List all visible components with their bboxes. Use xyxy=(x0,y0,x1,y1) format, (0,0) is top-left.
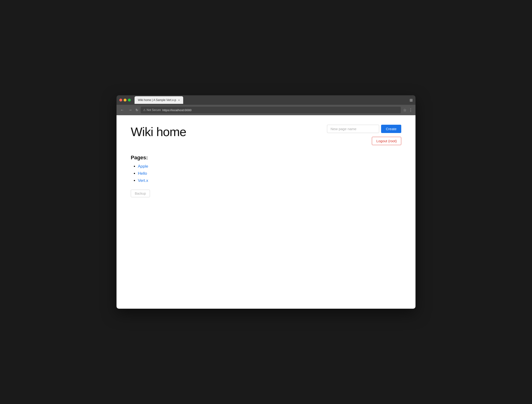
page-link-hello[interactable]: Hello xyxy=(138,171,147,176)
list-item: Apple xyxy=(138,164,401,169)
title-bar-right: ⊞ xyxy=(410,98,413,102)
title-bar: Wiki home | A Sample Vert.x-p ✕ ⊞ xyxy=(116,95,416,105)
page-link-vertx[interactable]: Vert.x xyxy=(138,178,148,183)
maximize-button[interactable] xyxy=(128,99,131,101)
create-button[interactable]: Create xyxy=(381,125,401,133)
forward-button[interactable]: → xyxy=(128,107,133,113)
create-row: Create xyxy=(327,125,401,133)
menu-icon[interactable]: ⋮ xyxy=(409,108,413,112)
security-label: Not Secure xyxy=(147,108,161,112)
tab-title: Wiki home | A Sample Vert.x-p xyxy=(138,98,176,102)
pages-section: Pages: Apple Hello Vert.x Backup xyxy=(131,155,401,197)
bookmark-icon[interactable]: ☆ xyxy=(403,108,406,112)
list-item: Hello xyxy=(138,171,401,176)
logout-button[interactable]: Logout (root) xyxy=(372,137,401,145)
warning-icon: ⚠ xyxy=(143,108,146,112)
page-link-apple[interactable]: Apple xyxy=(138,164,148,169)
pages-label: Pages: xyxy=(131,155,401,161)
url-text: https://localhost:8080 xyxy=(162,108,192,112)
extensions-icon[interactable]: ⊞ xyxy=(410,98,413,102)
address-bar-actions: ☆ ⋮ xyxy=(403,108,413,112)
url-bar[interactable]: ⚠ Not Secure https://localhost:8080 xyxy=(141,107,401,113)
close-button[interactable] xyxy=(119,99,122,101)
address-bar: ← → ↻ ⚠ Not Secure https://localhost:808… xyxy=(116,105,416,115)
security-warning: ⚠ Not Secure xyxy=(143,108,161,112)
back-button[interactable]: ← xyxy=(119,107,125,113)
header-actions: Create Logout (root) xyxy=(327,125,401,145)
list-item: Vert.x xyxy=(138,178,401,183)
backup-button[interactable]: Backup xyxy=(131,190,150,197)
page-content: Wiki home Create Logout (root) Pages: Ap… xyxy=(116,115,416,309)
tab-close-icon[interactable]: ✕ xyxy=(178,99,180,101)
browser-tab[interactable]: Wiki home | A Sample Vert.x-p ✕ xyxy=(135,96,183,104)
pages-list: Apple Hello Vert.x xyxy=(131,164,401,183)
traffic-lights xyxy=(119,99,131,101)
tab-area: Wiki home | A Sample Vert.x-p ✕ xyxy=(135,96,408,104)
new-page-input[interactable] xyxy=(327,125,379,133)
browser-window: Wiki home | A Sample Vert.x-p ✕ ⊞ ← → ↻ … xyxy=(116,95,416,309)
page-header: Wiki home Create Logout (root) xyxy=(131,125,401,145)
page-title: Wiki home xyxy=(131,125,186,139)
minimize-button[interactable] xyxy=(124,99,127,101)
refresh-button[interactable]: ↻ xyxy=(135,108,138,112)
